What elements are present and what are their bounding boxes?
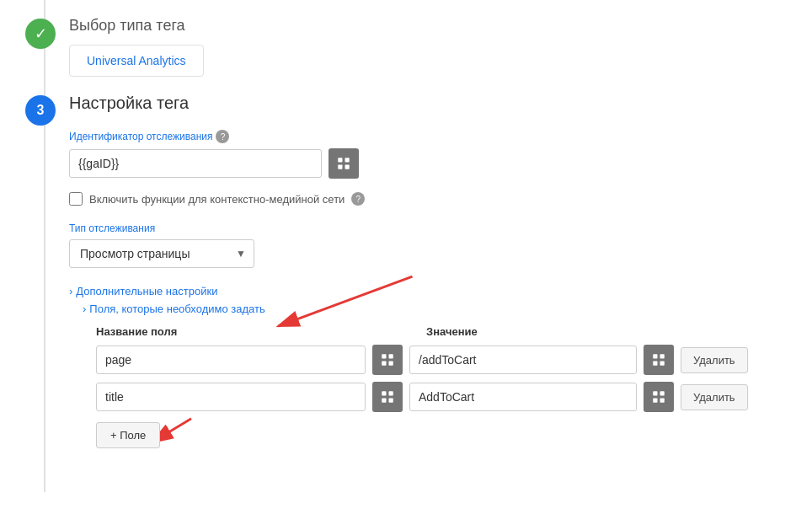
field-row-1: Удалить xyxy=(96,345,787,375)
tag-type-selector[interactable]: Universal Analytics xyxy=(69,45,204,77)
svg-rect-13 xyxy=(389,391,393,395)
section2-title: Настройка тега xyxy=(69,94,787,113)
svg-rect-16 xyxy=(653,391,657,395)
tracking-type-select[interactable]: Просмотр страницы Событие Транзакция xyxy=(69,239,254,268)
col-header-field-name: Название поля xyxy=(96,325,382,338)
svg-rect-10 xyxy=(653,362,657,366)
tracking-id-help-icon[interactable]: ? xyxy=(216,130,229,143)
delete-field-btn-2[interactable]: Удалить xyxy=(681,384,748,410)
tracking-type-label: Тип отслеживания xyxy=(69,222,787,234)
field-value-input-1[interactable] xyxy=(409,346,637,374)
display-features-label[interactable]: Включить функции для контекстно-медийной… xyxy=(89,193,345,206)
display-features-checkbox[interactable] xyxy=(69,192,83,206)
field-value-variable-btn-1[interactable] xyxy=(644,345,674,375)
field-name-variable-btn-2[interactable] xyxy=(372,382,403,412)
section1-title: Выбор типа тега xyxy=(69,17,787,35)
tracking-id-input[interactable] xyxy=(69,149,322,178)
fields-toggle[interactable]: › Поля, которые необходимо задать xyxy=(83,303,787,315)
fields-chevron-icon: › xyxy=(83,303,86,315)
svg-rect-2 xyxy=(338,165,342,169)
advanced-settings-toggle[interactable]: › Дополнительные настройки xyxy=(69,285,787,297)
svg-rect-6 xyxy=(382,362,386,366)
field-name-input-1[interactable] xyxy=(96,346,366,374)
svg-rect-5 xyxy=(389,354,393,358)
advanced-chevron-icon: › xyxy=(69,285,72,297)
field-row-2: Удалить xyxy=(96,382,787,412)
tracking-id-label: Идентификатор отслеживания ? xyxy=(69,130,787,143)
svg-rect-8 xyxy=(653,354,657,358)
step1-check-icon: ✓ xyxy=(25,19,56,49)
col-header-value: Значение xyxy=(426,325,670,338)
field-name-input-2[interactable] xyxy=(96,383,366,411)
svg-rect-12 xyxy=(382,391,386,395)
svg-rect-15 xyxy=(389,399,393,403)
tracking-id-variable-btn[interactable] xyxy=(329,148,359,179)
svg-rect-19 xyxy=(660,399,665,403)
field-value-variable-btn-2[interactable] xyxy=(644,382,674,412)
svg-rect-11 xyxy=(660,362,665,366)
svg-rect-9 xyxy=(660,354,665,358)
svg-rect-0 xyxy=(338,158,342,162)
field-name-variable-btn-1[interactable] xyxy=(372,345,403,375)
svg-rect-14 xyxy=(382,399,386,403)
svg-rect-3 xyxy=(345,165,350,169)
svg-rect-1 xyxy=(345,158,350,162)
step3-number-icon: 3 xyxy=(25,95,56,126)
svg-rect-7 xyxy=(389,362,393,366)
svg-rect-17 xyxy=(660,391,665,395)
add-field-button[interactable]: + Поле xyxy=(96,422,160,448)
svg-rect-4 xyxy=(382,354,386,358)
svg-rect-18 xyxy=(653,399,657,403)
display-features-help-icon[interactable]: ? xyxy=(351,192,365,206)
delete-field-btn-1[interactable]: Удалить xyxy=(681,347,748,373)
field-value-input-2[interactable] xyxy=(409,383,637,411)
